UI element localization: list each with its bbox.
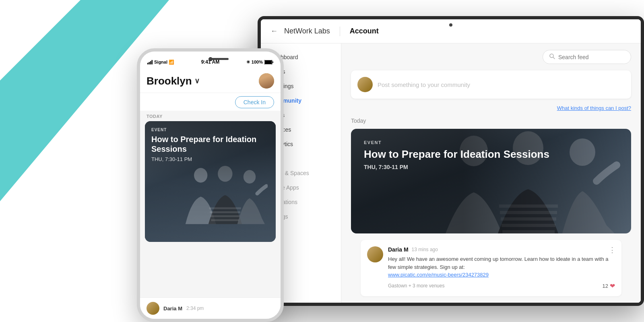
- account-label: Account: [350, 27, 379, 35]
- phone-location-title: Brooklyn ∨: [147, 75, 200, 87]
- post-help-link[interactable]: What kinds of things can I post?: [557, 105, 631, 111]
- phone-battery: ✳ 100%: [246, 60, 273, 65]
- svg-rect-2: [150, 61, 151, 64]
- comment-location: Gastown + 3 more venues: [388, 283, 444, 289]
- wifi-icon: 📶: [169, 60, 174, 65]
- check-in-area: Check In: [140, 93, 281, 111]
- check-in-button[interactable]: Check In: [235, 96, 274, 108]
- comment-text: Hey all! We have an awesome event coming…: [388, 255, 615, 279]
- phone-bottom-avatar: [147, 302, 159, 315]
- post-box: Post something to your community: [351, 70, 631, 99]
- heart-icon[interactable]: ❤: [610, 282, 615, 290]
- main-content: Post something to your community What ki…: [341, 43, 641, 303]
- search-input[interactable]: [558, 54, 623, 60]
- comment-time: 13 mins ago: [412, 247, 438, 252]
- search-icon: [549, 54, 555, 60]
- more-options-button[interactable]: ⋮: [609, 246, 616, 254]
- comment-footer: Gastown + 3 more venues 12 ❤: [388, 282, 615, 290]
- phone-today-label: TODAY: [140, 111, 281, 121]
- phone-user-avatar: [259, 73, 274, 89]
- desktop-screen: ← NetWork Labs Account Dashboard Users B…: [261, 19, 641, 303]
- desktop-event-time: THU, 7:30-11 PM: [364, 164, 618, 170]
- post-help-area: What kinds of things can I post?: [351, 105, 631, 111]
- search-bar-area: [341, 43, 641, 70]
- comment-link[interactable]: www.picatic.com/e/music-beers/234273829: [388, 272, 489, 278]
- phone-event-time: THU, 7:30-11 PM: [151, 156, 269, 162]
- phone-signal: Signal 📶: [147, 60, 174, 65]
- bluetooth-icon: ✳: [246, 60, 250, 65]
- app-header: ← NetWork Labs Account: [261, 19, 641, 43]
- phone-mockup: Signal 📶 9:41 AM ✳ 100% Brooklyn ∨: [137, 48, 284, 322]
- chevron-down-icon: ∨: [194, 76, 200, 85]
- phone-event-title: How to Prepare for Ideation Sessions: [151, 134, 269, 154]
- phone-screen: Brooklyn ∨ Check In TODAY: [140, 69, 281, 319]
- header-divider: [340, 27, 340, 36]
- svg-line-15: [553, 58, 555, 59]
- event-card-overlay: EVENT How to Prepare for Ideation Sessio…: [351, 129, 631, 233]
- desktop-frame: ← NetWork Labs Account Dashboard Users B…: [258, 16, 644, 306]
- phone-bottom-name: Daria M: [163, 305, 182, 312]
- phone-event-overlay: EVENT How to Prepare for Ideation Sessio…: [145, 121, 276, 242]
- phone-speaker: [208, 58, 229, 60]
- svg-rect-1: [149, 62, 150, 64]
- back-button[interactable]: ←: [270, 27, 278, 35]
- comment-header: Daria M 13 mins ago: [388, 246, 615, 253]
- svg-point-14: [550, 54, 553, 58]
- location-name: Brooklyn: [147, 75, 192, 87]
- app-name: NetWork Labs: [284, 27, 330, 35]
- today-label: Today: [351, 118, 631, 124]
- desktop-event-title: How to Prepare for Ideation Sessions: [364, 148, 618, 161]
- desktop-event-tag: EVENT: [364, 140, 618, 145]
- phone-header: Brooklyn ∨: [140, 69, 281, 93]
- svg-rect-6: [272, 61, 273, 63]
- app-body: Dashboard Users Bookings Community Plans…: [261, 43, 641, 303]
- today-section: Today: [341, 118, 641, 296]
- post-placeholder[interactable]: Post something to your community: [378, 81, 625, 88]
- svg-rect-5: [265, 60, 272, 64]
- battery-percent: 100%: [252, 60, 263, 64]
- desktop-mockup: ← NetWork Labs Account Dashboard Users B…: [258, 16, 644, 306]
- comment-content: Daria M 13 mins ago Hey all! We have an …: [388, 246, 615, 290]
- phone-event-card: EVENT How to Prepare for Ideation Sessio…: [145, 121, 276, 242]
- svg-rect-3: [152, 60, 153, 64]
- reaction-area: 12 ❤: [603, 282, 615, 290]
- comment-avatar: [367, 246, 383, 262]
- signal-label: Signal: [154, 60, 167, 64]
- phone-bottom-time: 2:34 pm: [186, 305, 204, 311]
- reaction-count: 12: [603, 283, 608, 289]
- comment-author: Daria M: [388, 246, 409, 253]
- avatar-image: [259, 73, 274, 89]
- svg-rect-0: [147, 63, 149, 64]
- search-box: [543, 50, 631, 64]
- post-user-avatar: [357, 77, 373, 92]
- phone-event-tag: EVENT: [151, 128, 269, 132]
- phone-frame: Signal 📶 9:41 AM ✳ 100% Brooklyn ∨: [137, 48, 284, 322]
- desktop-camera: [449, 23, 452, 27]
- desktop-event-card: EVENT How to Prepare for Ideation Sessio…: [351, 129, 631, 233]
- phone-bottom-bar: Daria M 2:34 pm: [140, 297, 281, 319]
- comment-card: Daria M 13 mins ago Hey all! We have an …: [361, 240, 621, 296]
